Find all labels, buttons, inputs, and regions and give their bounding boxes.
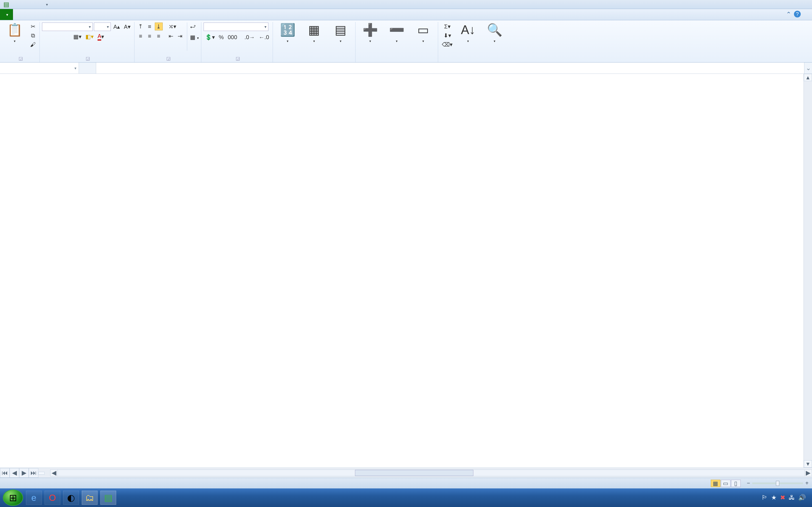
decrease-indent-icon[interactable]: ⇤ (167, 32, 175, 40)
font-color-icon[interactable]: A▾ (96, 33, 105, 41)
decrease-decimal-icon[interactable]: ←.0 (257, 33, 271, 41)
start-button[interactable]: ⊞ (3, 490, 23, 506)
dialog-launcher-icon[interactable]: ◲ (236, 56, 240, 61)
worksheet-area: ▴ ▾ (0, 74, 812, 467)
scroll-up-icon[interactable]: ▴ (804, 74, 812, 81)
taskbar-excel-icon[interactable]: ▤ (100, 491, 116, 505)
wrap-text-button[interactable]: ⮐ (190, 22, 199, 31)
save-icon[interactable] (12, 1, 20, 8)
sort-filter-button[interactable]: A↓ (456, 22, 480, 54)
ribbon-minimize-icon[interactable]: ⌃ (786, 11, 791, 18)
vertical-scrollbar[interactable]: ▴ ▾ (804, 74, 812, 467)
tray-flag-icon[interactable]: 🏳 (762, 494, 768, 501)
conditional-formatting-button[interactable]: 🔢 (275, 22, 300, 54)
align-left-icon[interactable]: ≡ (137, 32, 145, 40)
cell-styles-button[interactable]: ▤ (328, 22, 353, 54)
increase-font-icon[interactable]: A▴ (112, 23, 121, 31)
view-page-break-icon[interactable]: ▯ (731, 480, 741, 487)
font-name-select[interactable] (42, 22, 93, 31)
group-cells: ➕ ➖ ▭ (356, 22, 438, 62)
status-bar: ▦ ▭ ▯ − + (0, 478, 812, 489)
sheet-nav-first-icon[interactable]: ⏮ (0, 468, 10, 478)
format-painter-icon[interactable]: 🖌 (29, 41, 37, 48)
sheet-tab-bar: ⏮ ◀ ▶ ⏭ ◀ ▶ (0, 467, 812, 478)
zoom-in-icon[interactable]: + (805, 480, 809, 487)
scroll-down-icon[interactable]: ▾ (804, 460, 812, 467)
formula-bar[interactable] (96, 62, 804, 73)
scroll-thumb[interactable] (355, 470, 473, 476)
find-select-button[interactable]: 🔍 (482, 22, 507, 54)
new-sheet-button[interactable] (38, 472, 45, 474)
name-box[interactable] (0, 62, 79, 73)
cut-icon[interactable]: ✂ (29, 22, 37, 31)
taskbar-explorer-icon[interactable]: 🗂 (82, 491, 98, 505)
copy-icon[interactable]: ⧉ (29, 32, 37, 40)
align-top-icon[interactable]: ⤒ (137, 22, 145, 31)
merge-center-button[interactable]: ▦ (190, 33, 199, 41)
orientation-icon[interactable]: ⤭▾ (167, 22, 177, 31)
tray-security-icon[interactable]: ✖ (780, 494, 785, 501)
insert-cells-icon: ➕ (363, 24, 378, 36)
autosum-icon[interactable]: Σ▾ (441, 22, 454, 31)
cell-styles-icon: ▤ (335, 24, 347, 36)
fill-icon[interactable]: ⬇▾ (441, 32, 454, 40)
taskbar-ie-icon[interactable]: e (26, 491, 42, 505)
decrease-font-icon[interactable]: A▾ (122, 23, 132, 31)
percent-format-icon[interactable]: % (217, 33, 225, 41)
comma-format-icon[interactable]: 000 (226, 33, 239, 41)
ribbon-tabs: ⌃ ? (0, 9, 812, 20)
tray-network-icon[interactable]: 🖧 (789, 494, 795, 501)
group-alignment: ⤒ ≡ ⤓ ⤭▾ ≡ ≡ ≡ ⇤ ⇥ ⮐ ▦ (135, 22, 201, 62)
qat-customize-icon[interactable]: ▾ (43, 1, 51, 8)
group-editing: Σ▾ ⬇▾ ⌫▾ A↓ 🔍 (438, 22, 509, 62)
excel-app-icon: ▤ (2, 1, 10, 8)
scroll-right-icon[interactable]: ▶ (804, 470, 812, 476)
sheet-nav-next-icon[interactable]: ▶ (19, 468, 29, 478)
align-middle-icon[interactable]: ≡ (146, 22, 154, 31)
underline-button[interactable] (60, 33, 68, 41)
insert-cells-button[interactable]: ➕ (358, 22, 383, 54)
file-tab[interactable] (0, 9, 13, 20)
increase-indent-icon[interactable]: ⇥ (176, 32, 184, 40)
wrap-text-icon: ⮐ (190, 23, 196, 30)
clear-icon[interactable]: ⌫▾ (441, 41, 454, 48)
format-cells-icon: ▭ (417, 24, 429, 36)
expand-formula-bar-icon[interactable]: ⌄ (804, 62, 812, 73)
paste-button[interactable]: 📋 (2, 22, 27, 54)
tray-action-center-icon[interactable]: ★ (771, 494, 777, 501)
increase-decimal-icon[interactable]: .0→ (243, 33, 256, 41)
redo-icon[interactable] (33, 1, 41, 8)
worksheet-grid[interactable] (0, 74, 804, 467)
sheet-nav-last-icon[interactable]: ⏭ (29, 468, 38, 478)
align-bottom-icon[interactable]: ⤓ (155, 22, 163, 31)
italic-button[interactable] (51, 33, 59, 41)
taskbar-chrome-icon[interactable]: ◐ (63, 491, 79, 505)
accounting-format-icon[interactable]: 💲▾ (204, 33, 216, 41)
help-icon[interactable]: ? (794, 11, 801, 17)
format-cells-button[interactable]: ▭ (411, 22, 436, 54)
zoom-out-icon[interactable]: − (747, 480, 750, 487)
align-center-icon[interactable]: ≡ (146, 32, 154, 40)
tray-volume-icon[interactable]: 🔊 (798, 494, 806, 501)
delete-cells-button[interactable]: ➖ (384, 22, 409, 54)
scroll-left-icon[interactable]: ◀ (50, 470, 58, 476)
windows-taskbar: ⊞ e O ◐ 🗂 ▤ 🏳 ★ ✖ 🖧 🔊 (0, 489, 812, 507)
find-select-icon: 🔍 (487, 24, 502, 36)
font-size-select[interactable] (94, 22, 111, 31)
bold-button[interactable] (42, 33, 50, 41)
align-right-icon[interactable]: ≡ (155, 32, 163, 40)
taskbar-opera-icon[interactable]: O (45, 491, 60, 505)
border-icon[interactable]: ▦▾ (72, 33, 83, 41)
zoom-slider[interactable] (752, 483, 803, 484)
number-format-select[interactable] (204, 22, 268, 31)
dialog-launcher-icon[interactable]: ◲ (18, 56, 23, 61)
sheet-nav-prev-icon[interactable]: ◀ (10, 468, 19, 478)
dialog-launcher-icon[interactable]: ◲ (86, 56, 90, 61)
fill-color-icon[interactable]: ◧▾ (84, 33, 95, 41)
view-normal-icon[interactable]: ▦ (711, 480, 720, 487)
undo-icon[interactable] (22, 1, 31, 8)
view-page-layout-icon[interactable]: ▭ (721, 480, 730, 487)
format-as-table-button[interactable]: ▦ (302, 22, 326, 54)
horizontal-scrollbar[interactable]: ◀ ▶ (50, 469, 812, 476)
dialog-launcher-icon[interactable]: ◲ (166, 56, 170, 61)
